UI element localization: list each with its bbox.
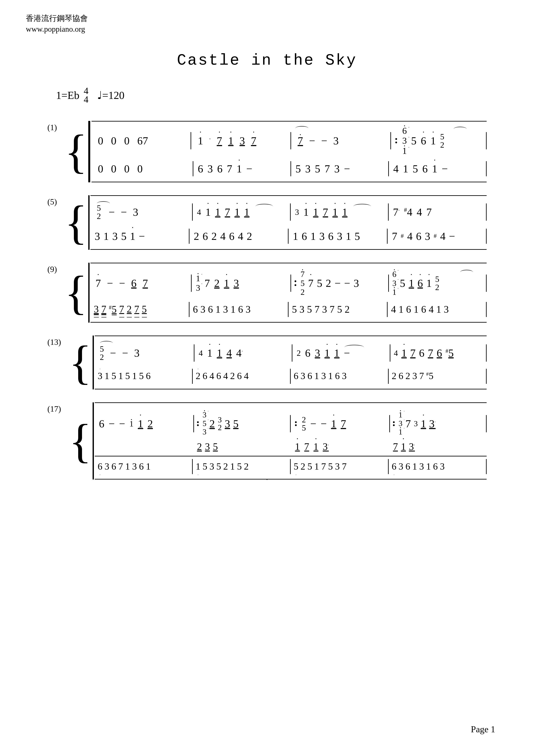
time-signature: 4 4 xyxy=(84,87,89,104)
section-num-17: (17) xyxy=(47,402,61,416)
page: 香港流行鋼琴協會 www.poppiano.org Castle in the … xyxy=(0,0,534,756)
section-num-1: (1) xyxy=(47,121,57,134)
bass-17: · 6 3 67 13 61 · xyxy=(95,456,487,479)
org-name: 香港流行鋼琴協會 xyxy=(26,13,88,24)
treble-1: 0 0 0 67 1· xyxy=(91,121,487,158)
treble-5: 52 −−3 4 1 xyxy=(90,195,487,226)
org-website: www.poppiano.org xyxy=(26,24,88,35)
header: 香港流行鋼琴協會 www.poppiano.org xyxy=(26,13,88,35)
treble-9: 7−− 67 1· 3· 7 xyxy=(90,263,487,299)
section-1: (1) { xyxy=(47,121,487,182)
section-5: (5) { xyxy=(47,195,487,250)
tempo-section: 1=Eb 4 4 ♩=120 xyxy=(56,87,499,104)
treble-13: 52 −−3 4 1 xyxy=(95,336,487,366)
section-9: (9) { 7−− 67 xyxy=(47,263,487,323)
section-num-13: (13) xyxy=(47,336,61,349)
section-num-5: (5) xyxy=(47,195,57,208)
bpm-label: ♩=120 xyxy=(97,89,124,101)
section-num-9: (9) xyxy=(47,263,57,276)
key-label: 1=Eb xyxy=(56,89,79,101)
music-content: (1) { xyxy=(47,121,487,479)
treble-17b: 2 3 5 1 7 1 3· xyxy=(95,439,487,456)
page-title: Castle in the Sky xyxy=(35,52,499,69)
section-13: (13) { 52 xyxy=(47,336,487,390)
bass-9: 3 7 #5 7 2 7 5 63 61 xyxy=(90,299,487,323)
page-number: Page 1 xyxy=(471,724,495,735)
section-17: (17) { 6 −− xyxy=(47,402,487,479)
bass-13: · 3 1 51 51 56 · xyxy=(95,366,487,390)
bass-5: 31 35 1− 26 24 64 2 xyxy=(90,226,487,250)
bass-1: 0000 6367 1 − xyxy=(91,158,487,182)
treble-17: 6 −− 1 1 2 xyxy=(95,402,487,439)
